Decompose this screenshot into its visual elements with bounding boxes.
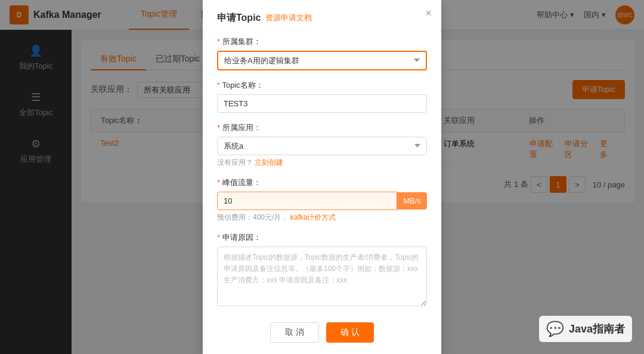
cost-hint: 预估费用：400元/月， kafka计价方式 <box>217 213 427 223</box>
peak-input[interactable] <box>217 192 397 210</box>
reason-form-item: 申请原因： <box>217 232 427 308</box>
reason-textarea[interactable] <box>217 247 427 306</box>
confirm-button[interactable]: 确 认 <box>326 322 374 343</box>
peak-input-group: MB/s <box>217 192 427 210</box>
topic-name-input[interactable] <box>217 94 427 113</box>
app-select[interactable]: 系统a <box>217 137 427 155</box>
cancel-button[interactable]: 取 消 <box>270 322 319 343</box>
cluster-select-wrap: 给业务A用的逻辑集群 <box>217 51 427 70</box>
resource-doc-link[interactable]: 资源申请文档 <box>265 13 312 23</box>
create-app-link[interactable]: 立刻创建 <box>255 158 283 167</box>
peak-label: 峰值流量： <box>217 177 427 188</box>
apply-topic-modal: 申请Topic 资源申请文档 × 所属集群： 给业务A用的逻辑集群 Topic名… <box>203 0 441 354</box>
modal-footer: 取 消 确 认 <box>217 322 427 343</box>
cluster-select[interactable]: 给业务A用的逻辑集群 <box>217 51 427 70</box>
close-icon[interactable]: × <box>425 7 432 20</box>
app-select-wrap: 系统a <box>217 137 427 155</box>
modal-title: 申请Topic <box>217 12 261 24</box>
cluster-form-item: 所属集群： 给业务A用的逻辑集群 <box>217 36 427 70</box>
modal-overlay: 申请Topic 资源申请文档 × 所属集群： 给业务A用的逻辑集群 Topic名… <box>0 0 644 354</box>
no-app-hint: 没有应用？ 立刻创建 <box>217 158 427 168</box>
watermark-text: Java指南者 <box>569 322 625 336</box>
peak-form-item: 峰值流量： MB/s 预估费用：400元/月， kafka计价方式 <box>217 177 427 223</box>
modal-header: 申请Topic 资源申请文档 <box>217 12 427 24</box>
watermark: 💬 Java指南者 <box>539 316 632 342</box>
reason-label: 申请原因： <box>217 232 427 243</box>
pricing-link[interactable]: kafka计价方式 <box>290 213 336 221</box>
topic-name-label: Topic名称： <box>217 80 427 91</box>
app-label: 所属应用： <box>217 122 427 133</box>
wechat-icon: 💬 <box>546 321 564 337</box>
cluster-label: 所属集群： <box>217 36 427 47</box>
topic-name-form-item: Topic名称： <box>217 80 427 113</box>
app-form-item: 所属应用： 系统a 没有应用？ 立刻创建 <box>217 122 427 168</box>
peak-unit: MB/s <box>397 192 427 210</box>
